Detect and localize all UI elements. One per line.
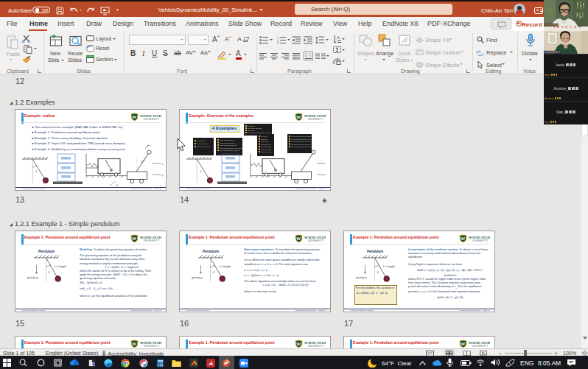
svg-text:3: 3	[277, 41, 279, 44]
svg-text:θ: θ	[200, 169, 202, 173]
svg-text:θ: θ	[35, 169, 38, 173]
svg-text:Pendulum: Pendulum	[38, 250, 55, 253]
svg-text:Pendulum: Pendulum	[367, 250, 383, 253]
svg-text:W: W	[132, 342, 136, 346]
svg-text:A: A	[337, 35, 340, 40]
svg-text:W: W	[296, 342, 301, 346]
svg-text:θ: θ	[377, 270, 379, 274]
svg-text:gravity g: gravity g	[192, 276, 202, 279]
svg-text:gravity g: gravity g	[356, 276, 366, 279]
svg-text:UNIVERSITY: UNIVERSITY	[144, 345, 160, 348]
svg-text:····: ····	[545, 1, 548, 4]
svg-text:x: x	[162, 163, 164, 166]
svg-text:UNIVERSITY: UNIVERSITY	[308, 345, 324, 348]
svg-text:ℓ = length: ℓ = length	[219, 265, 231, 268]
svg-text:WAYNE STATE: WAYNE STATE	[469, 341, 490, 345]
svg-text:ab: ab	[476, 49, 481, 54]
svg-text:gravity g: gravity g	[27, 276, 38, 279]
svg-text:UNIVERSITY: UNIVERSITY	[472, 345, 489, 348]
svg-text:P: P	[224, 360, 228, 367]
svg-text:W: W	[461, 342, 465, 346]
svg-text:ℓ = length: ℓ = length	[55, 265, 66, 268]
svg-text:θ: θ	[49, 270, 51, 274]
svg-text:ℓ = length: ℓ = length	[383, 265, 395, 268]
svg-text:Pendulum: Pendulum	[203, 250, 219, 253]
svg-text:WAYNE STATE: WAYNE STATE	[304, 341, 326, 345]
svg-text:y: y	[162, 174, 164, 177]
svg-text:θ: θ	[213, 270, 215, 274]
svg-text:WAYNE STATE: WAYNE STATE	[140, 341, 161, 345]
